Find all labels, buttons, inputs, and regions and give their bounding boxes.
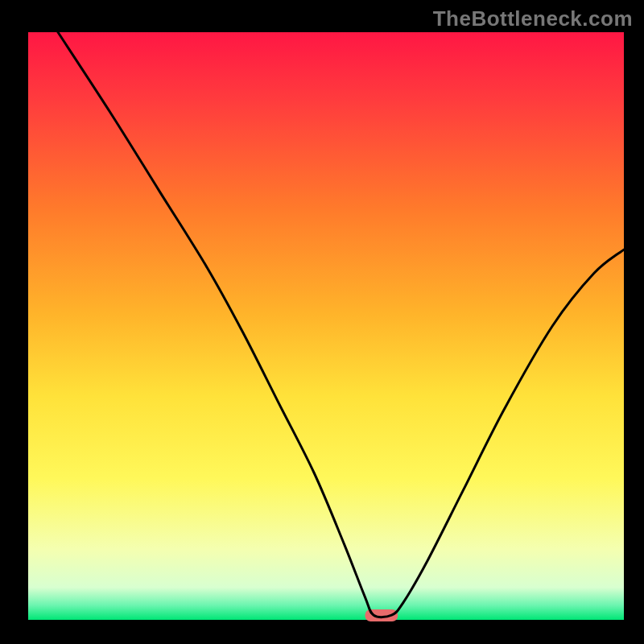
chart-container: TheBottleneck.com — [0, 0, 644, 644]
watermark-label: TheBottleneck.com — [433, 6, 633, 31]
plot-background — [28, 32, 624, 620]
bottleneck-chart — [0, 0, 644, 644]
